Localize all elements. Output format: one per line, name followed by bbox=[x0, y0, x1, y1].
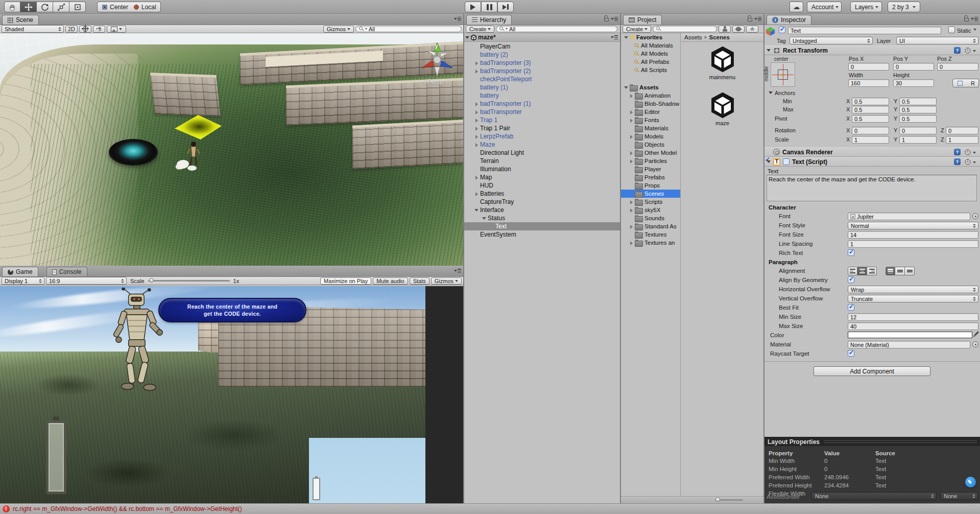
favorites-item[interactable]: All Models bbox=[621, 50, 680, 58]
breadcrumb-root[interactable]: Assets bbox=[684, 34, 702, 40]
help-icon[interactable] bbox=[954, 149, 961, 155]
expand-arrow-icon[interactable] bbox=[473, 166, 480, 173]
expand-arrow-icon[interactable] bbox=[473, 182, 480, 189]
active-checkbox[interactable] bbox=[779, 27, 785, 33]
expand-arrow-icon[interactable] bbox=[473, 207, 480, 214]
hierarchy-item[interactable]: Status bbox=[464, 214, 620, 222]
expand-arrow-icon[interactable] bbox=[473, 76, 480, 83]
breadcrumb-current[interactable]: Scenes bbox=[709, 34, 730, 40]
expand-arrow-icon[interactable] bbox=[628, 92, 635, 99]
favorites-item[interactable]: All Materials bbox=[621, 41, 680, 50]
canvas-renderer-header[interactable]: Canvas Renderer bbox=[764, 147, 980, 157]
text-script-header[interactable]: Text (Script) bbox=[764, 157, 980, 167]
hierarchy-search-field[interactable]: All bbox=[496, 26, 617, 32]
hierarchy-item[interactable]: battery (1) bbox=[464, 83, 620, 91]
project-folder[interactable]: Props bbox=[621, 181, 680, 190]
display-dropdown[interactable]: Display 1 bbox=[2, 277, 44, 285]
project-folder[interactable]: Blob-Shadow bbox=[621, 100, 680, 108]
rotation-local-button[interactable]: Local bbox=[129, 2, 161, 12]
expand-arrow-icon[interactable] bbox=[473, 133, 480, 140]
cloud-services-button[interactable]: ☁ bbox=[790, 2, 803, 12]
project-folder[interactable]: Editor bbox=[621, 108, 680, 116]
gear-caret-icon[interactable] bbox=[973, 50, 976, 52]
add-component-button[interactable]: Add Component bbox=[814, 366, 930, 376]
project-folder[interactable]: Animation bbox=[621, 91, 680, 100]
project-file[interactable]: mainmenu bbox=[681, 45, 763, 80]
expand-arrow-icon[interactable] bbox=[628, 125, 635, 132]
icon-size-slider[interactable] bbox=[715, 499, 743, 501]
expand-arrow-icon[interactable] bbox=[473, 150, 480, 156]
account-dropdown[interactable]: Account bbox=[807, 2, 842, 12]
expand-arrow-icon[interactable] bbox=[473, 142, 480, 148]
raycast-target-checkbox[interactable] bbox=[848, 350, 854, 357]
font-style-dropdown[interactable]: Normal bbox=[848, 222, 978, 229]
layout-properties-titlebar[interactable]: Layout Properties bbox=[764, 437, 980, 446]
icon-size-knob[interactable] bbox=[715, 497, 720, 502]
anchors-foldout-icon[interactable] bbox=[769, 91, 773, 94]
project-folder[interactable]: Fonts bbox=[621, 116, 680, 124]
help-icon[interactable] bbox=[954, 158, 961, 165]
expand-arrow-icon[interactable] bbox=[628, 174, 635, 181]
expand-arrow-icon[interactable] bbox=[473, 174, 480, 181]
create-button[interactable]: Create bbox=[466, 26, 494, 33]
scale-x-field[interactable]: 1 bbox=[852, 136, 889, 144]
rotation-y-field[interactable]: 0 bbox=[899, 127, 937, 134]
project-folder[interactable]: sky5X bbox=[621, 206, 680, 214]
scene-search-field[interactable]: All bbox=[355, 26, 462, 32]
aspect-dropdown[interactable]: 16:9 bbox=[46, 277, 127, 285]
panel-menu-icon[interactable] bbox=[454, 268, 461, 274]
expand-arrow-icon[interactable] bbox=[628, 191, 635, 197]
tab-inspector[interactable]: Inspector bbox=[767, 15, 811, 25]
assetbundle-dropdown[interactable]: None bbox=[811, 492, 937, 500]
blueprint-mode-button[interactable] bbox=[952, 79, 968, 87]
perspective-label[interactable]: < Persp bbox=[422, 78, 443, 85]
rotate-tool-icon[interactable] bbox=[37, 2, 53, 12]
collab-notification-badge[interactable] bbox=[965, 477, 976, 487]
hierarchy-item[interactable]: Batteries bbox=[464, 190, 620, 198]
gear-icon[interactable] bbox=[965, 149, 971, 155]
play-button[interactable] bbox=[465, 2, 481, 12]
layers-dropdown[interactable]: Layers bbox=[850, 2, 882, 12]
project-folder[interactable]: Materials bbox=[621, 124, 680, 132]
panel-menu-icon[interactable] bbox=[971, 16, 978, 22]
project-folder[interactable]: Scenes bbox=[621, 190, 680, 198]
scale-z-field[interactable]: 1 bbox=[946, 136, 978, 144]
hierarchy-item[interactable]: battery (2) bbox=[464, 51, 620, 59]
gear-caret-icon[interactable] bbox=[973, 152, 976, 154]
project-folder[interactable]: Scripts bbox=[621, 198, 680, 206]
expand-arrow-icon[interactable] bbox=[473, 231, 480, 238]
expand-arrow-icon[interactable] bbox=[628, 182, 635, 189]
expand-arrow-icon[interactable] bbox=[623, 84, 630, 91]
hierarchy-item[interactable]: EventSystem bbox=[464, 230, 620, 239]
eyedropper-icon[interactable] bbox=[973, 332, 979, 338]
raw-edit-button[interactable]: R bbox=[967, 79, 979, 87]
expand-arrow-icon[interactable] bbox=[628, 101, 635, 107]
expand-arrow-icon[interactable] bbox=[473, 43, 480, 50]
hierarchy-item[interactable]: badTransporter (2) bbox=[464, 67, 620, 75]
expand-arrow-icon[interactable] bbox=[628, 117, 635, 124]
hierarchy-item[interactable]: LerpzPrefab bbox=[464, 132, 620, 141]
expand-arrow-icon[interactable] bbox=[473, 117, 480, 124]
project-folder[interactable]: Particles bbox=[621, 157, 680, 165]
project-folder[interactable]: Standard As bbox=[621, 222, 680, 230]
assets-root[interactable]: Assets bbox=[621, 83, 680, 91]
hierarchy-item[interactable]: Map bbox=[464, 173, 620, 181]
tab-project[interactable]: Project bbox=[623, 15, 662, 25]
static-checkbox[interactable] bbox=[948, 27, 955, 33]
horizontal-overflow-dropdown[interactable]: Wrap bbox=[848, 286, 978, 293]
hierarchy-item[interactable]: badTransporter bbox=[464, 108, 620, 116]
object-picker-icon[interactable] bbox=[972, 213, 978, 219]
project-folder[interactable]: Models bbox=[621, 132, 680, 141]
max-x-field[interactable]: 0.5 bbox=[852, 106, 889, 113]
gear-icon[interactable] bbox=[965, 48, 971, 54]
line-spacing-field[interactable]: 1 bbox=[848, 240, 978, 248]
stats-button[interactable]: Stats bbox=[410, 277, 429, 285]
height-field[interactable]: 30 bbox=[893, 79, 934, 87]
expand-arrow-icon[interactable] bbox=[628, 207, 635, 214]
assetbundle-variant-dropdown[interactable]: None bbox=[940, 492, 978, 500]
align-center-button[interactable] bbox=[857, 267, 867, 275]
mute-audio-button[interactable]: Mute audio bbox=[373, 277, 408, 285]
hierarchy-item[interactable]: Interface bbox=[464, 206, 620, 214]
anchor-preset-button[interactable] bbox=[771, 62, 795, 87]
expand-arrow-icon[interactable] bbox=[628, 158, 635, 165]
